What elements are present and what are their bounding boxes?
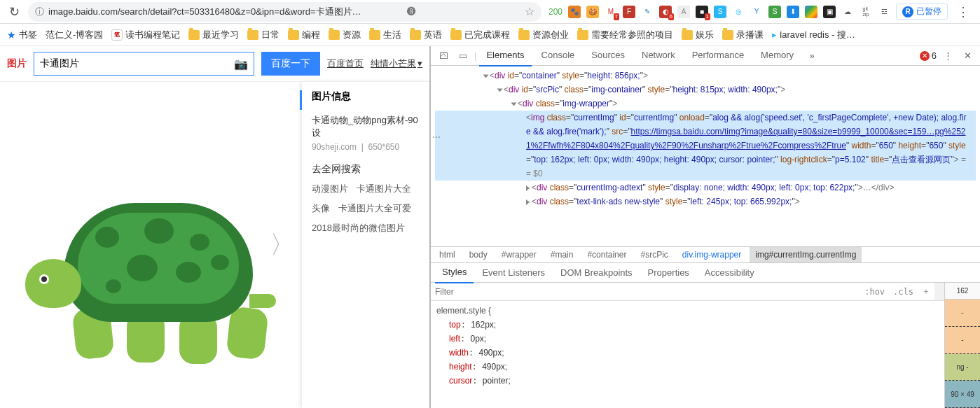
ext-icon[interactable]: 🐾	[568, 6, 581, 18]
next-image-chevron-icon[interactable]: 〉	[270, 228, 295, 262]
eyedropper-icon[interactable]: ✎	[641, 6, 654, 18]
bookmark-item[interactable]: 范仁义-博客园	[46, 29, 103, 41]
bookmark-item[interactable]: 录播课	[722, 29, 764, 41]
breadcrumb-segment[interactable]: #wrapper	[496, 247, 542, 262]
folder-icon	[329, 30, 340, 40]
cloud-icon[interactable]: ☁	[841, 6, 854, 18]
styles-subtab[interactable]: DOM Breakpoints	[553, 263, 640, 283]
breadcrumb-segment[interactable]: img#currentImg.currentImg	[750, 247, 862, 262]
gitzip-icon[interactable]: gitzip	[860, 6, 872, 18]
dom-node[interactable]: <div class="text-link-ads new-style" sty…	[435, 195, 976, 209]
error-count[interactable]: 6	[932, 50, 937, 61]
device-toggle-icon[interactable]: ▭	[455, 50, 471, 61]
profile-paused-label: 已暂停	[916, 6, 941, 17]
ext-icon[interactable]: ▣	[823, 6, 836, 18]
devtools-tab-sources[interactable]: Sources	[584, 45, 632, 66]
dom-node[interactable]: <div id="container" style="height: 856px…	[435, 69, 976, 83]
bookmark-item[interactable]: 已完成课程	[450, 29, 510, 41]
styles-filter-input[interactable]	[431, 287, 860, 297]
bookmark-item[interactable]: ★书签	[7, 29, 37, 41]
scrollbar[interactable]	[934, 283, 944, 300]
dom-node[interactable]: <div id="srcPic" class="img-container" s…	[435, 83, 976, 97]
cls-toggle[interactable]: .cls	[889, 287, 918, 297]
ext-icon[interactable]: ◐6	[659, 6, 672, 18]
bookmark-item[interactable]: 娱乐	[682, 29, 714, 41]
camera-icon[interactable]: 📷	[228, 57, 254, 71]
breadcrumb: htmlbody#wrapper#main#container#srcPicdi…	[431, 246, 980, 263]
go-web-search[interactable]: 去全网搜索	[302, 163, 429, 176]
bookmark-item[interactable]: 资源	[329, 29, 361, 41]
devtools-tab-elements[interactable]: Elements	[479, 45, 531, 66]
add-style-icon[interactable]: ＋	[918, 286, 934, 297]
styles-subtab[interactable]: Styles	[435, 262, 474, 283]
devtools-tab-console[interactable]: Console	[534, 45, 582, 66]
breadcrumb-segment[interactable]: #container	[581, 247, 632, 262]
related-term[interactable]: 卡通图片大全可爱	[338, 202, 411, 215]
gmail-icon[interactable]: M7	[605, 6, 617, 18]
devtools-tab-performance[interactable]: Performance	[685, 45, 751, 66]
image-title[interactable]: 卡通动物_动物png素材-90设	[312, 114, 420, 139]
hov-toggle[interactable]: :hov	[860, 287, 889, 297]
style-rule[interactable]: element.style {top: 162px;left: 0px;widt…	[431, 301, 944, 391]
ext-icon[interactable]: ■1	[696, 6, 708, 18]
related-term[interactable]: 头像	[312, 202, 330, 215]
baidu-home-link[interactable]: 百度首页	[327, 57, 364, 70]
ext-icon[interactable]: Y	[750, 6, 763, 18]
styles-subtab[interactable]: Properties	[641, 263, 696, 283]
bookmark-item[interactable]: 需要经常参照的项目	[577, 29, 673, 41]
bookmark-star-icon[interactable]: ☆	[525, 5, 534, 18]
ext-icon[interactable]	[805, 6, 817, 18]
profile-paused-button[interactable]: R 已暂停	[896, 3, 948, 20]
styles-subtab[interactable]: Event Listeners	[475, 263, 552, 283]
error-icon[interactable]: ✕	[920, 51, 930, 61]
reload-icon[interactable]: ↻	[4, 2, 24, 22]
bookmark-item[interactable]: 资源创业	[518, 29, 569, 41]
related-term[interactable]: 2018最时尚的微信图片	[312, 222, 405, 234]
box-content-size: 90 × 49	[945, 381, 980, 408]
bookmark-item[interactable]: 最近学习	[188, 29, 239, 41]
ext-icon[interactable]: ☲	[878, 6, 890, 18]
ext-icon[interactable]: F	[623, 6, 635, 18]
devtools-tab-memory[interactable]: Memory	[754, 45, 801, 66]
bookmark-item[interactable]: ▸laravel redis - 搜…	[772, 29, 855, 41]
dom-node-selected[interactable]: <img class="currentImg" id="currentImg" …	[435, 111, 976, 181]
devtools-close-icon[interactable]: ✕	[959, 50, 976, 61]
ext-icon[interactable]: A	[677, 6, 690, 18]
bookmark-item[interactable]: 生活	[369, 29, 401, 41]
dom-node[interactable]: <div class="currentImg-adtext" style="di…	[435, 181, 976, 195]
breadcrumb-segment[interactable]: #main	[545, 247, 579, 262]
bookmark-item[interactable]: 编程	[288, 29, 320, 41]
folder-icon	[682, 30, 693, 40]
ext-icon[interactable]: 🍪	[586, 6, 599, 18]
bookmark-item[interactable]: 英语	[410, 29, 442, 41]
search-button[interactable]: 百度一下	[261, 52, 320, 76]
kebab-menu-icon[interactable]: ⋮	[953, 2, 973, 22]
devtools-menu-icon[interactable]: ⋮	[939, 50, 956, 61]
bookmark-item[interactable]: 笔读书编程笔记	[111, 29, 180, 41]
ext-icon[interactable]: ◎	[732, 6, 745, 18]
baidu-image-logo[interactable]: 图片	[7, 57, 27, 70]
more-tabs-icon[interactable]: »	[803, 50, 820, 61]
breadcrumb-segment[interactable]: html	[434, 247, 461, 262]
styles-subtab[interactable]: Accessibility	[698, 263, 761, 283]
omnibox[interactable]: ⓘ image.baidu.com/search/detail?ct=50331…	[28, 2, 541, 22]
image-source-site[interactable]: 90sheji.com	[312, 142, 357, 152]
related-term[interactable]: 卡通图片大全	[357, 183, 411, 195]
elements-tree[interactable]: ⋯ <div id="container" style="height: 856…	[431, 66, 980, 246]
download-icon[interactable]: ⬇	[787, 6, 799, 18]
breadcrumb-segment[interactable]: body	[464, 247, 493, 262]
related-term[interactable]: 动漫图片	[312, 183, 348, 195]
devtools-tab-network[interactable]: Network	[635, 45, 682, 66]
selected-line-gutter-icon[interactable]: ⋯	[432, 130, 441, 144]
user-dropdown[interactable]: 纯情小芒果	[371, 57, 422, 70]
search-input[interactable]	[34, 58, 228, 69]
ext-icon[interactable]: S	[714, 6, 726, 18]
ext-icon[interactable]: S	[768, 6, 781, 18]
inspect-icon[interactable]: ⮹	[435, 50, 452, 61]
translate-icon[interactable]: 🅖	[407, 6, 416, 17]
current-image[interactable]	[25, 189, 277, 399]
bookmark-item[interactable]: 日常	[247, 29, 279, 41]
dom-node[interactable]: <div class="img-wrapper">	[435, 97, 976, 111]
breadcrumb-segment[interactable]: div.img-wrapper	[677, 247, 747, 262]
breadcrumb-segment[interactable]: #srcPic	[635, 247, 673, 262]
